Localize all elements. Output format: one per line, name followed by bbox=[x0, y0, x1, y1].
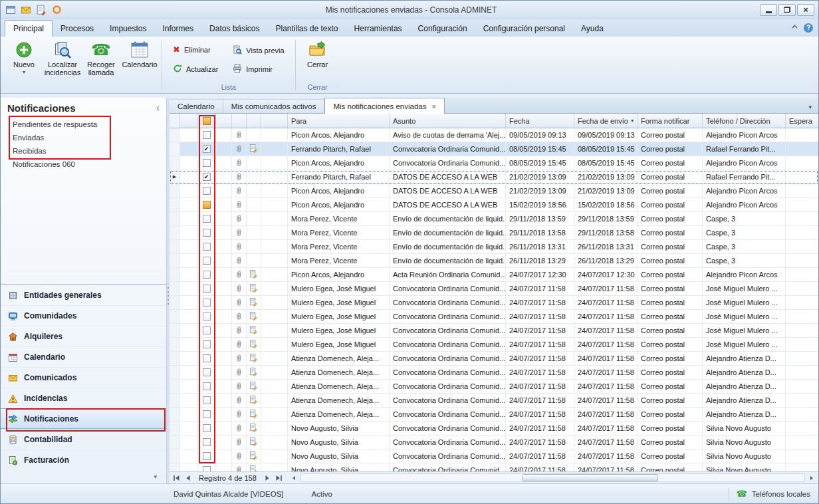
row-checkbox-cell[interactable] bbox=[197, 254, 216, 267]
recoger-llamada-button[interactable]: ☎ Recoger llamada bbox=[82, 39, 120, 76]
row-checkbox[interactable] bbox=[203, 215, 211, 223]
col-asunto[interactable]: Asunto bbox=[390, 114, 506, 128]
table-row[interactable]: Picon Arcos, Alejandro Acta Reunión Ordi… bbox=[170, 268, 818, 282]
collapse-nav-icon[interactable]: ▾ bbox=[154, 473, 157, 480]
row-checkbox-cell[interactable]: ✔ bbox=[197, 142, 216, 156]
nuevo-button[interactable]: Nuevo ▾ bbox=[5, 39, 43, 74]
calendario-button[interactable]: Calendario bbox=[120, 39, 159, 68]
row-checkbox-cell[interactable] bbox=[197, 226, 216, 239]
row-checkbox[interactable] bbox=[203, 243, 211, 251]
row-checkbox-cell[interactable] bbox=[197, 282, 216, 295]
table-row[interactable]: Mora Perez, Vicente Envío de documentaci… bbox=[170, 212, 818, 226]
table-row[interactable]: Mora Perez, Vicente Envío de documentaci… bbox=[170, 226, 818, 240]
sidebar-item-comunicados[interactable]: Comunicados bbox=[1, 367, 166, 388]
help-icon[interactable]: ? bbox=[804, 23, 813, 33]
row-checkbox[interactable] bbox=[203, 368, 211, 376]
table-row[interactable]: Picon Arcos, Alejandro DATOS DE ACCESO A… bbox=[170, 198, 818, 212]
table-row[interactable]: Mulero Egea, José Miguel Convocatoria Or… bbox=[170, 324, 818, 338]
doc-tab-mis-notificaciones-enviadas[interactable]: Mis notificaciones enviadas× bbox=[324, 98, 444, 114]
hscroll-right-button[interactable] bbox=[806, 473, 817, 483]
col-para[interactable]: Para bbox=[288, 114, 390, 128]
row-checkbox-cell[interactable] bbox=[197, 156, 216, 170]
localizar-incidencias-button[interactable]: Localizar incidencias bbox=[43, 39, 82, 76]
table-row[interactable]: ✔ Ferrando Pitarch, Rafael Convocatoria … bbox=[170, 142, 818, 156]
link-notificaciones-060[interactable]: Notificaciones 060 bbox=[13, 158, 166, 171]
minimize-button[interactable] bbox=[760, 4, 777, 16]
sidebar-item-calendario[interactable]: Calendario bbox=[1, 346, 166, 367]
tab-herramientas[interactable]: Herramientas bbox=[346, 21, 410, 37]
row-checkbox[interactable] bbox=[203, 396, 211, 404]
sidebar-item-incidencias[interactable]: Incidencias bbox=[1, 388, 166, 408]
table-row[interactable]: Novo Augusto, Silvia Convocatoria Ordina… bbox=[170, 422, 818, 436]
row-checkbox[interactable] bbox=[203, 131, 211, 139]
row-checkbox[interactable] bbox=[203, 313, 211, 320]
row-checkbox[interactable] bbox=[203, 424, 211, 432]
imprimir-button[interactable]: Imprimir bbox=[230, 63, 287, 76]
row-checkbox[interactable] bbox=[203, 257, 211, 265]
restore-button[interactable] bbox=[778, 4, 796, 16]
row-checkbox[interactable] bbox=[203, 340, 211, 348]
col-forma-notificar[interactable]: Forma notificar bbox=[638, 114, 703, 128]
row-checkbox-cell[interactable] bbox=[197, 310, 216, 323]
row-checkbox-cell[interactable] bbox=[197, 422, 216, 435]
tab-list-dropdown-icon[interactable]: ▾ bbox=[802, 104, 818, 113]
row-checkbox[interactable] bbox=[203, 299, 211, 307]
row-checkbox-cell[interactable] bbox=[197, 380, 216, 393]
collapse-sidebar-icon[interactable]: ‹ bbox=[156, 102, 160, 113]
table-row[interactable]: Mora Perez, Vicente Envío de documentaci… bbox=[170, 240, 818, 254]
link-enviadas[interactable]: Enviadas bbox=[13, 131, 166, 144]
row-checkbox-cell[interactable] bbox=[197, 324, 216, 337]
tab-close-icon[interactable]: × bbox=[431, 102, 435, 110]
table-row[interactable]: Atienza Domenech, Aleja... Convocatoria … bbox=[170, 366, 818, 380]
record-icon[interactable] bbox=[51, 4, 62, 16]
row-checkbox[interactable] bbox=[203, 466, 211, 471]
row-checkbox[interactable] bbox=[203, 229, 211, 237]
first-record-button[interactable] bbox=[171, 473, 182, 483]
link-pendientes-de-respuesta[interactable]: Pendientes de respuesta bbox=[13, 118, 166, 131]
notes-icon[interactable] bbox=[35, 4, 47, 16]
row-checkbox-cell[interactable] bbox=[197, 212, 216, 225]
table-row[interactable]: Novo Augusto, Silvia Convocatoria Ordina… bbox=[170, 463, 818, 471]
tab-configuracion[interactable]: Configuración bbox=[410, 21, 475, 37]
doc-tab-mis-comunicados-activos[interactable]: Mis comunicados activos bbox=[223, 99, 325, 113]
tab-procesos[interactable]: Procesos bbox=[53, 21, 102, 37]
row-checkbox-cell[interactable] bbox=[197, 128, 216, 142]
row-checkbox[interactable] bbox=[203, 326, 211, 334]
row-checkbox-cell[interactable] bbox=[197, 394, 216, 407]
sidebar-item-facturacion[interactable]: Facturación bbox=[1, 449, 166, 470]
tab-plantillas-de-texto[interactable]: Plantillas de texto bbox=[267, 21, 346, 37]
col-telefono-direccion[interactable]: Teléfono / Dirección bbox=[703, 114, 786, 128]
row-checkbox-cell[interactable] bbox=[197, 352, 216, 365]
row-checkbox-cell[interactable]: ✔ bbox=[197, 170, 216, 184]
prev-record-button[interactable] bbox=[182, 473, 193, 483]
tab-informes[interactable]: Informes bbox=[154, 21, 201, 37]
table-row[interactable]: ▶ ✔ Ferrando Pitarch, Rafael DATOS DE AC… bbox=[170, 170, 818, 184]
row-checkbox-cell[interactable] bbox=[197, 198, 216, 211]
doc-tab-calendario[interactable]: Calendario bbox=[170, 99, 223, 113]
row-checkbox-cell[interactable] bbox=[197, 338, 216, 351]
eliminar-button[interactable]: ✖Eliminar bbox=[170, 44, 221, 55]
chevron-up-icon[interactable] bbox=[790, 23, 799, 33]
last-record-button[interactable] bbox=[273, 473, 285, 483]
row-checkbox-cell[interactable] bbox=[197, 366, 216, 379]
row-checkbox[interactable]: ✔ bbox=[203, 145, 211, 153]
row-checkbox[interactable] bbox=[203, 187, 211, 195]
tab-configuracion-personal[interactable]: Configuración personal bbox=[475, 21, 573, 37]
row-checkbox[interactable] bbox=[203, 201, 211, 209]
row-checkbox-cell[interactable] bbox=[197, 436, 216, 449]
hscroll-left-button[interactable] bbox=[289, 473, 300, 483]
row-checkbox[interactable] bbox=[203, 159, 211, 167]
col-fecha[interactable]: Fecha bbox=[506, 114, 574, 128]
horizontal-scrollbar[interactable] bbox=[300, 473, 805, 482]
row-checkbox-cell[interactable] bbox=[197, 296, 216, 309]
row-checkbox-cell[interactable] bbox=[197, 240, 216, 253]
row-checkbox[interactable]: ✔ bbox=[203, 173, 211, 181]
row-checkbox-cell[interactable] bbox=[197, 184, 216, 197]
app-icon[interactable] bbox=[5, 4, 17, 16]
table-row[interactable]: Mulero Egea, José Miguel Convocatoria Or… bbox=[170, 282, 818, 296]
table-row[interactable]: Picon Arcos, Alejandro Aviso de cuotas d… bbox=[170, 128, 818, 142]
row-checkbox[interactable] bbox=[203, 452, 211, 460]
table-row[interactable]: Mulero Egea, José Miguel Convocatoria Or… bbox=[170, 310, 818, 324]
row-checkbox-cell[interactable] bbox=[197, 463, 216, 471]
table-row[interactable]: Atienza Domenech, Aleja... Convocatoria … bbox=[170, 394, 818, 408]
